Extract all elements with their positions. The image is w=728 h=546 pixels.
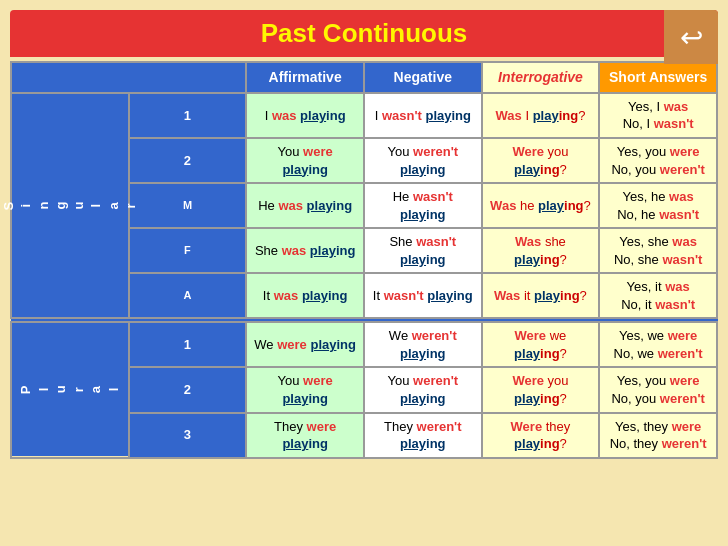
cell-p1-neg: We weren'tplaying <box>364 322 482 367</box>
cell-sa-neg: It wasn't playing <box>364 273 482 318</box>
cell-sm-short: Yes, he wasNo, he wasn't <box>599 183 717 228</box>
row-num-s2: 2 <box>129 138 247 183</box>
cell-sm-inter: Was he playing? <box>482 183 600 228</box>
cell-sf-inter: Was sheplaying? <box>482 228 600 273</box>
cell-p3-inter: Were theyplaying? <box>482 413 600 458</box>
singular-label: Singular <box>11 93 129 318</box>
cell-sa-short: Yes, it wasNo, it wasn't <box>599 273 717 318</box>
grammar-table: Affirmative Negative Interrogative Short… <box>10 61 718 459</box>
cell-sa-aff: It was playing <box>246 273 364 318</box>
undo-icon[interactable]: ↩ <box>664 10 718 64</box>
page-title: Past Continuous <box>10 10 718 57</box>
cell-sm-neg: He wasn'tplaying <box>364 183 482 228</box>
row-num-p1: 1 <box>129 322 247 367</box>
cell-s2-neg: You weren'tplaying <box>364 138 482 183</box>
header-short-answers: Short Answers <box>599 62 717 93</box>
cell-s2-short: Yes, you wereNo, you weren't <box>599 138 717 183</box>
row-num-p2: 2 <box>129 367 247 412</box>
cell-p2-inter: Were youplaying? <box>482 367 600 412</box>
cell-s2-inter: Were youplaying? <box>482 138 600 183</box>
cell-s1-neg: I wasn't playing <box>364 93 482 138</box>
cell-p1-inter: Were weplaying? <box>482 322 600 367</box>
cell-p2-short: Yes, you wereNo, you weren't <box>599 367 717 412</box>
row-num-s1: 1 <box>129 93 247 138</box>
cell-sf-aff: She was playing <box>246 228 364 273</box>
cell-sf-short: Yes, she wasNo, she wasn't <box>599 228 717 273</box>
header-negative: Negative <box>364 62 482 93</box>
cell-s2-aff: You wereplaying <box>246 138 364 183</box>
row-num-sa: A <box>129 273 247 318</box>
table-row: Plural 1 We were playing We weren'tplayi… <box>11 322 717 367</box>
plural-label: Plural <box>11 322 129 457</box>
cell-p1-aff: We were playing <box>246 322 364 367</box>
cell-p1-short: Yes, we wereNo, we weren't <box>599 322 717 367</box>
header-affirmative: Affirmative <box>246 62 364 93</box>
header-interrogative: Interrogative <box>482 62 600 93</box>
cell-s1-inter: Was I playing? <box>482 93 600 138</box>
cell-s1-short: Yes, I wasNo, I wasn't <box>599 93 717 138</box>
cell-sa-inter: Was it playing? <box>482 273 600 318</box>
row-num-p3: 3 <box>129 413 247 458</box>
cell-p3-short: Yes, they wereNo, they weren't <box>599 413 717 458</box>
cell-p2-aff: You wereplaying <box>246 367 364 412</box>
cell-sf-neg: She wasn'tplaying <box>364 228 482 273</box>
cell-p2-neg: You weren'tplaying <box>364 367 482 412</box>
row-num-sm: M <box>129 183 247 228</box>
row-num-sf: F <box>129 228 247 273</box>
cell-s1-aff: I was playing <box>246 93 364 138</box>
table-row: Singular 1 I was playing I wasn't playin… <box>11 93 717 138</box>
page-container: Past Continuous ↩ Affirmative Negative I… <box>10 10 718 459</box>
cell-p3-aff: They wereplaying <box>246 413 364 458</box>
cell-p3-neg: They weren'tplaying <box>364 413 482 458</box>
cell-sm-aff: He was playing <box>246 183 364 228</box>
header-row: Affirmative Negative Interrogative Short… <box>11 62 717 93</box>
header-empty <box>11 62 246 93</box>
